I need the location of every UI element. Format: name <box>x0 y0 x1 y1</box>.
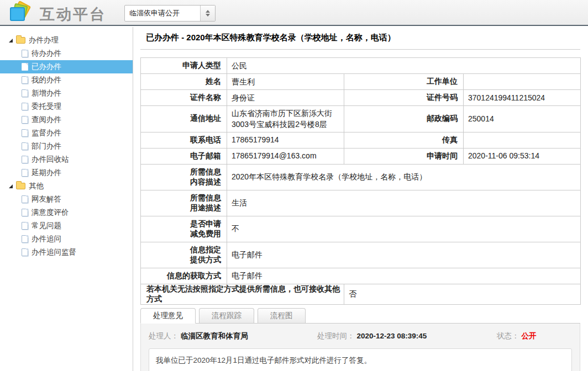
field-value: 否 <box>344 284 581 304</box>
tree-item-label: 待办办件 <box>32 49 61 59</box>
sidebar-item-delayed-items[interactable]: 延期办件 <box>0 166 133 179</box>
tree-collapse-icon[interactable] <box>9 184 13 188</box>
tree-item-label: 监督办件 <box>32 128 61 138</box>
tree-collapse-icon[interactable] <box>9 39 13 43</box>
field-value: 生活 <box>227 190 581 216</box>
site-select[interactable]: 临淄依申请公开 <box>124 5 216 22</box>
sidebar-item-department-items[interactable]: 部门办件 <box>0 140 133 153</box>
handling-time-field: 处理时间：2020-12-23 08:39:45 <box>317 331 497 341</box>
sidebar-item-review-items[interactable]: 查阅办件 <box>0 113 133 126</box>
tree-section-others[interactable]: 其他 <box>0 179 133 193</box>
document-icon <box>22 235 28 243</box>
field-label: 电子邮箱 <box>141 148 227 164</box>
field-label: 所需信息 内容描述 <box>141 164 227 190</box>
tree-section-label: 办件办理 <box>29 35 59 45</box>
field-label: 是否申请 减免费用 <box>141 216 227 242</box>
status-field: 状态：公开 <box>497 331 572 341</box>
field-label: 若本机关无法按照指定方式提供所需信息，也可接收其他方式 <box>141 284 344 304</box>
table-row: 若本机关无法按照指定方式提供所需信息，也可接收其他方式 否 <box>141 284 581 304</box>
document-icon <box>22 63 28 71</box>
field-value: 2020-11-06 09:53:14 <box>464 148 581 164</box>
tree-section-label: 其他 <box>29 181 44 191</box>
sidebar-item-supervise-items[interactable]: 监督办件 <box>0 126 133 140</box>
document-icon <box>22 169 28 177</box>
field-value: 电子邮件 <box>227 242 581 268</box>
field-label: 证件名称 <box>141 90 227 106</box>
tree-item-label: 查阅办件 <box>32 115 61 125</box>
document-icon <box>22 248 28 256</box>
tree-item-label: 常见问题 <box>32 221 61 231</box>
tree-item-label: 新增办件 <box>32 88 61 98</box>
sidebar-item-recycle-bin[interactable]: 办件回收站 <box>0 153 133 166</box>
folder-icon <box>16 183 25 189</box>
field-value: 370124199411215024 <box>464 90 581 106</box>
result-tabbar: 处理意见 流程跟踪 流程图 <box>140 308 580 324</box>
field-value: 250014 <box>464 106 581 132</box>
field-label: 邮政编码 <box>344 106 464 132</box>
tab-process-diagram[interactable]: 流程图 <box>258 308 306 323</box>
field-label: 申请时间 <box>344 148 464 164</box>
sidebar-item-faq[interactable]: 常见问题 <box>0 219 133 232</box>
sidebar-item-followup-supervision[interactable]: 办件追问监督 <box>0 246 133 259</box>
tree-item-label: 办件回收站 <box>32 155 69 165</box>
field-value: 不 <box>227 216 581 242</box>
app-logo-icon <box>9 2 33 24</box>
sidebar-item-pending-items[interactable]: 待办办件 <box>0 47 133 60</box>
tree-item-label: 网友解答 <box>32 194 61 204</box>
document-icon <box>22 89 28 97</box>
folder-icon <box>16 37 25 44</box>
handling-time-value: 2020-12-23 08:39:45 <box>357 332 427 340</box>
document-icon <box>22 222 28 230</box>
field-value: 2020年本区特殊教育学校名录（学校地址，名称，电话） <box>227 164 581 190</box>
document-icon <box>22 209 28 216</box>
site-select-value: 临淄依申请公开 <box>125 8 200 18</box>
table-row: 电子邮箱 17865179914@163.com 申请时间 2020-11-06… <box>141 148 581 164</box>
handler-value: 临淄区教育和体育局 <box>181 332 248 340</box>
field-label: 通信地址 <box>141 106 227 132</box>
field-value: 公民 <box>227 58 581 74</box>
sidebar-item-my-items[interactable]: 我的办件 <box>0 73 133 87</box>
document-icon <box>22 116 28 124</box>
handling-meta-row: 处理人：临淄区教育和体育局 处理时间：2020-12-23 08:39:45 状… <box>149 331 572 341</box>
table-row: 信息的获取方式 电子邮件 <box>141 268 581 284</box>
sidebar-item-netizen-answers[interactable]: 网友解答 <box>0 193 133 206</box>
field-label: 传真 <box>344 132 464 148</box>
sidebar-item-new-item[interactable]: 新增办件 <box>0 87 133 100</box>
tree-item-label: 委托受理 <box>32 102 61 112</box>
tree-section-item-handling[interactable]: 办件办理 <box>0 34 133 47</box>
document-icon <box>22 103 28 110</box>
sidebar-item-satisfaction-rating[interactable]: 满意度评价 <box>0 206 133 219</box>
field-label: 联系电话 <box>141 132 227 148</box>
tab-handling-opinion[interactable]: 处理意见 <box>140 308 196 324</box>
handling-opinion-panel: 处理人：临淄区教育和体育局 处理时间：2020-12-23 08:39:45 状… <box>140 324 580 371</box>
status-badge: 公开 <box>522 332 537 340</box>
combo-spinner-icon[interactable] <box>200 6 215 21</box>
reply-text-box: 我单位已于2020年12月1日通过电子邮件形式对此件进行了答复。 <box>149 348 572 371</box>
document-icon <box>22 156 28 163</box>
field-value: 山东省济南市历下区新泺大街3003号宝威科技园2号楼8层 <box>227 106 344 132</box>
sidebar-item-item-followup[interactable]: 办件追问 <box>0 232 133 246</box>
sidebar-item-entrusted-acceptance[interactable]: 委托受理 <box>0 100 133 113</box>
tree-item-label: 满意度评价 <box>32 208 69 218</box>
sidebar-tree: 办件办理 待办办件 已办办件 我的办件 新增办件 委托受理 查阅办件 监督办件 … <box>0 27 133 371</box>
tab-process-tracking[interactable]: 流程跟踪 <box>199 308 254 323</box>
table-row: 所需信息 用途描述 生活 <box>141 190 581 216</box>
field-label: 证件号码 <box>344 90 464 106</box>
title-divider <box>140 49 580 50</box>
page-title: 已办办件 - 2020年本区特殊教育学校名录（学校地址，名称，电话） <box>140 31 588 43</box>
field-label: 信息指定 提供方式 <box>141 242 227 268</box>
arrow-up-icon <box>206 10 210 13</box>
table-row: 所需信息 内容描述 2020年本区特殊教育学校名录（学校地址，名称，电话） <box>141 164 581 190</box>
field-value: 17865179914@163.com <box>227 148 344 164</box>
table-row: 证件名称 身份证 证件号码 370124199411215024 <box>141 90 581 106</box>
document-icon <box>22 195 28 203</box>
sidebar-item-completed-items[interactable]: 已办办件 <box>0 60 133 73</box>
handler-field: 处理人：临淄区教育和体育局 <box>149 331 317 341</box>
arrow-down-icon <box>206 14 210 17</box>
logo-blue-square <box>10 7 25 21</box>
field-label: 信息的获取方式 <box>141 268 227 284</box>
table-row: 申请人类型 公民 <box>141 58 581 74</box>
document-icon <box>22 50 28 57</box>
tree-item-label: 办件追问 <box>32 234 61 244</box>
main-content: 已办办件 - 2020年本区特殊教育学校名录（学校地址，名称，电话） 申请人类型… <box>133 27 588 371</box>
